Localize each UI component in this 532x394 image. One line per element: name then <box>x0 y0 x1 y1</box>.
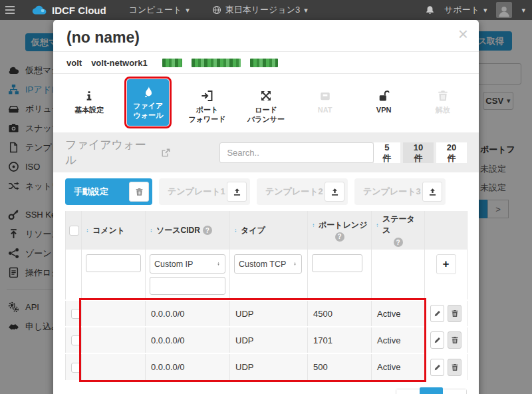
rule-row-2: 0.0.0.0/0 UDP 1701 Active <box>66 327 467 353</box>
trash-icon <box>451 336 459 344</box>
arrows-alt-icon <box>259 90 273 102</box>
bell-icon[interactable] <box>425 5 435 15</box>
template1-button[interactable]: テンプレート1 <box>159 178 250 205</box>
source-cidr-input[interactable] <box>150 277 225 295</box>
rule-row-3: 0.0.0.0/0 UDP 500 Active <box>66 353 467 380</box>
source-type-select[interactable]: Custom IP <box>150 254 225 274</box>
help-icon[interactable]: ? <box>394 238 403 247</box>
rule-cidr: 0.0.0.0/0 <box>146 353 230 380</box>
template2-button[interactable]: テンプレート2 <box>257 178 348 205</box>
port-range-input[interactable] <box>312 254 362 272</box>
tab-firewall-selected-tile: ファイアウォール <box>127 79 169 126</box>
tab-vpn[interactable]: VPN <box>354 78 414 132</box>
help-icon[interactable]: ? <box>203 226 212 235</box>
prev-page-button[interactable]: < <box>396 389 420 394</box>
info-icon <box>82 90 96 102</box>
unlocked-padlock-icon <box>377 90 390 102</box>
chevron-down-icon: ▾ <box>483 6 487 15</box>
network-detail-modal: (no name) × volt volt-network1 基本設定 ファイア… <box>53 20 479 394</box>
upload-icon <box>428 188 437 196</box>
table-footer: 3 件中 1 ～ 3件 を表示 < 1 > <box>53 380 479 394</box>
column-header-port-range[interactable]: ポートレンジ? <box>308 211 372 250</box>
modal-title: (no name) <box>66 29 140 46</box>
external-link-icon[interactable] <box>161 148 171 158</box>
sort-carets-icon <box>85 229 90 232</box>
manual-setting-button[interactable]: 手動設定 <box>65 178 152 205</box>
firewall-mode-buttons: 手動設定 テンプレート1 テンプレート2 テンプレート3 <box>53 172 479 211</box>
nav-menu-region[interactable]: 東日本リージョン3 ▾ <box>212 4 308 16</box>
rule-type: UDP <box>230 353 308 380</box>
edit-rule-button[interactable] <box>430 359 444 376</box>
sort-carets-icon <box>311 224 316 227</box>
rule-row-1: 0.0.0.0/0 UDP 4500 Active <box>66 300 467 327</box>
tab-release: 解放 <box>413 78 472 132</box>
help-icon[interactable]: ? <box>335 232 344 242</box>
upload-icon <box>331 188 339 196</box>
globe-icon <box>212 5 221 15</box>
rule-port: 500 <box>308 353 372 380</box>
tab-basic-settings[interactable]: 基本設定 <box>60 78 119 132</box>
template2-upload-button[interactable] <box>325 182 344 202</box>
delete-rule-button[interactable] <box>448 305 462 322</box>
firewall-toolbar: ファイアウォール 5件 10件 20件 <box>53 132 479 172</box>
row-checkbox[interactable] <box>71 363 81 373</box>
tab-firewall[interactable]: ファイアウォール <box>119 78 178 132</box>
top-navbar: IDCF Cloud コンピュート ▾ 東日本リージョン3 ▾ サポート ▾ ▾ <box>0 0 532 20</box>
select-all-checkbox[interactable] <box>69 226 79 236</box>
sort-carets-icon <box>149 229 154 232</box>
page-size-20-button[interactable]: 20件 <box>436 142 467 163</box>
row-checkbox[interactable] <box>71 309 81 319</box>
manual-delete-button[interactable] <box>129 182 149 202</box>
rule-port: 4500 <box>308 300 372 327</box>
page-size-5-button[interactable]: 5件 <box>374 142 400 163</box>
current-page-button[interactable]: 1 <box>420 387 443 394</box>
chevron-down-icon: ▾ <box>186 6 190 15</box>
rule-type: UDP <box>230 327 308 353</box>
nav-menu-compute[interactable]: コンピュート ▾ <box>129 4 190 16</box>
nav-menu-support[interactable]: サポート ▾ <box>444 4 487 16</box>
network-info-bar: volt volt-network1 <box>53 52 479 74</box>
template3-button[interactable]: テンプレート3 <box>354 178 446 205</box>
tab-load-balancer[interactable]: ロードバランサー <box>237 78 296 132</box>
user-avatar[interactable] <box>496 2 512 18</box>
brand-name: IDCF Cloud <box>52 5 106 16</box>
chevron-down-icon: ▾ <box>521 6 525 15</box>
column-header-status[interactable]: ステータス? <box>372 211 425 250</box>
edit-rule-button[interactable] <box>430 331 444 349</box>
edit-rule-button[interactable] <box>430 305 444 322</box>
rule-cidr: 0.0.0.0/0 <box>146 300 230 327</box>
select-all-header[interactable] <box>66 211 82 250</box>
redacted-ip-block <box>192 59 241 67</box>
tab-port-forward[interactable]: ポートフォワード <box>178 78 237 132</box>
template3-upload-button[interactable] <box>422 182 442 202</box>
search-input[interactable] <box>219 142 373 163</box>
chevron-down-icon: ▾ <box>304 6 308 15</box>
upload-icon <box>233 188 241 196</box>
sort-carets-icon <box>375 224 380 227</box>
add-rule-button[interactable]: + <box>436 254 456 274</box>
comment-input[interactable] <box>86 254 141 272</box>
column-header-source-cidr[interactable]: ソースCIDR? <box>146 211 230 250</box>
pencil-icon <box>434 363 442 371</box>
pencil-icon <box>434 336 442 344</box>
column-header-actions <box>425 211 467 250</box>
hamburger-menu-icon[interactable] <box>0 6 20 14</box>
brand-logo[interactable]: IDCF Cloud <box>32 5 106 16</box>
modal-header: (no name) × <box>53 20 479 52</box>
trash-icon <box>436 90 450 102</box>
modal-tabs: 基本設定 ファイアウォール ポートフォワード ロードバランサー NAT VPN … <box>53 74 479 132</box>
page-size-10-button[interactable]: 10件 <box>403 142 434 163</box>
delete-rule-button[interactable] <box>448 331 462 349</box>
rule-status: Active <box>372 327 425 353</box>
close-icon[interactable]: × <box>458 25 468 43</box>
next-page-button[interactable]: > <box>443 389 466 394</box>
rule-status: Active <box>372 353 425 380</box>
template1-upload-button[interactable] <box>227 182 247 202</box>
column-header-type[interactable]: タイプ <box>230 211 308 250</box>
delete-rule-button[interactable] <box>448 359 462 376</box>
column-header-comment[interactable]: コメント <box>82 211 146 250</box>
protocol-select[interactable]: Custom TCP <box>234 254 302 274</box>
add-rule-row: Custom IP Custom TCP + <box>66 250 467 300</box>
row-checkbox[interactable] <box>71 335 81 345</box>
tab-nat: NAT <box>295 78 354 132</box>
